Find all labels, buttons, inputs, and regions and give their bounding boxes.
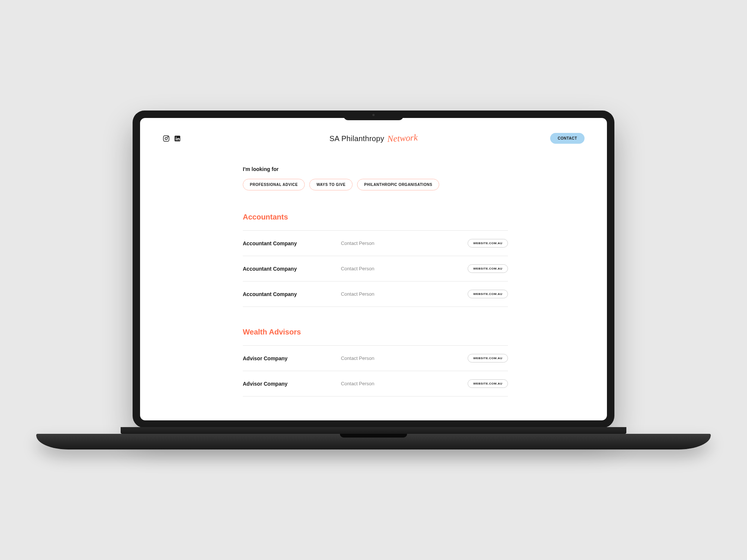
social-icons	[162, 135, 181, 142]
contact-person: Contact Person	[341, 266, 468, 271]
svg-point-1	[165, 137, 167, 140]
filter-label: I'm looking for	[243, 166, 508, 172]
laptop-mockup: SA Philanthropy Network CONTACT I'm look…	[133, 111, 614, 449]
camera-icon	[372, 114, 375, 116]
table-row: Accountant Company Contact Person WEBSIT…	[243, 230, 508, 256]
laptop-base	[133, 427, 614, 449]
website-link[interactable]: WEBSITE.COM.AU	[468, 379, 508, 388]
listing-table: Advisor Company Contact Person WEBSITE.C…	[243, 345, 508, 396]
website-link[interactable]: WEBSITE.COM.AU	[468, 239, 508, 248]
laptop-hinge	[121, 427, 627, 434]
company-name: Accountant Company	[243, 291, 341, 297]
company-name: Accountant Company	[243, 266, 341, 272]
table-row: Advisor Company Contact Person WEBSITE.C…	[243, 371, 508, 396]
laptop-notch	[344, 111, 403, 120]
section-title-accountants: Accountants	[243, 213, 508, 221]
contact-button[interactable]: CONTACT	[550, 133, 585, 144]
filter-pill-philanthropic-organisations[interactable]: PHILANTHROPIC ORGANISATIONS	[357, 179, 439, 190]
laptop-deck	[36, 434, 711, 449]
table-row: Accountant Company Contact Person WEBSIT…	[243, 281, 508, 307]
contact-person: Contact Person	[341, 240, 468, 246]
logo-text-main: SA Philanthropy	[329, 134, 384, 143]
filter-pill-ways-to-give[interactable]: WAYS TO GIVE	[309, 179, 353, 190]
svg-point-4	[176, 137, 177, 137]
table-row: Accountant Company Contact Person WEBSIT…	[243, 256, 508, 281]
filter-pill-professional-advice[interactable]: PROFESSIONAL ADVICE	[243, 179, 305, 190]
contact-person: Contact Person	[341, 381, 468, 386]
company-name: Accountant Company	[243, 240, 341, 246]
table-row: Advisor Company Contact Person WEBSITE.C…	[243, 345, 508, 371]
listing-table: Accountant Company Contact Person WEBSIT…	[243, 230, 508, 307]
website-link[interactable]: WEBSITE.COM.AU	[468, 264, 508, 273]
section-title-wealth-advisors: Wealth Advisors	[243, 328, 508, 336]
logo-text-script: Network	[387, 133, 418, 144]
company-name: Advisor Company	[243, 355, 341, 361]
laptop-screen-bezel: SA Philanthropy Network CONTACT I'm look…	[133, 111, 614, 428]
main-content: I'm looking for PROFESSIONAL ADVICE WAYS…	[239, 166, 508, 396]
contact-person: Contact Person	[341, 291, 468, 297]
svg-point-2	[168, 136, 168, 137]
header: SA Philanthropy Network CONTACT	[162, 133, 585, 144]
contact-person: Contact Person	[341, 355, 468, 361]
website-link[interactable]: WEBSITE.COM.AU	[468, 354, 508, 363]
page-content: SA Philanthropy Network CONTACT I'm look…	[140, 118, 607, 420]
website-link[interactable]: WEBSITE.COM.AU	[468, 290, 508, 298]
company-name: Advisor Company	[243, 381, 341, 387]
filter-pills: PROFESSIONAL ADVICE WAYS TO GIVE PHILANT…	[243, 179, 508, 190]
logo[interactable]: SA Philanthropy Network	[329, 133, 418, 143]
linkedin-icon[interactable]	[174, 135, 181, 142]
svg-rect-5	[176, 138, 177, 140]
laptop-screen: SA Philanthropy Network CONTACT I'm look…	[140, 118, 607, 420]
instagram-icon[interactable]	[162, 135, 170, 142]
